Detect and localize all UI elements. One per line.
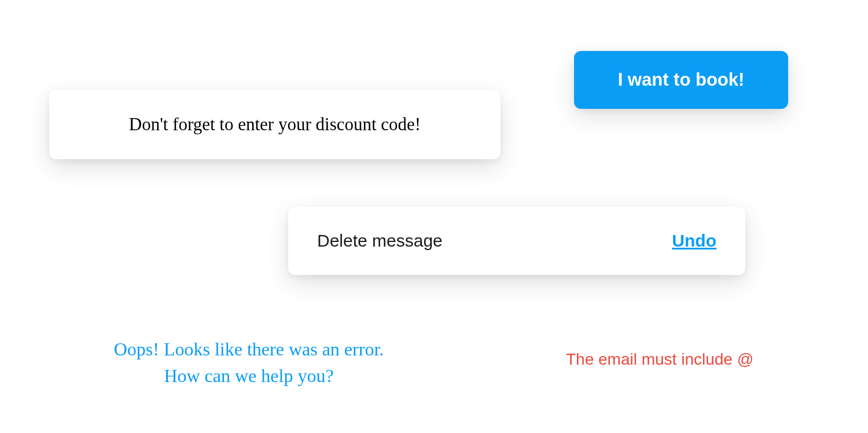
book-button-label: I want to book!	[618, 69, 745, 90]
error-help-line1: Oops! Looks like there was an error.	[87, 336, 411, 362]
undo-link[interactable]: Undo	[672, 231, 716, 251]
discount-reminder-card: Don't forget to enter your discount code…	[49, 90, 501, 159]
error-help-line2: How can we help you?	[87, 362, 411, 389]
discount-reminder-text: Don't forget to enter your discount code…	[129, 114, 421, 135]
error-help-block: Oops! Looks like there was an error. How…	[87, 336, 411, 390]
delete-toast-message: Delete message	[317, 231, 443, 251]
delete-toast: Delete message Undo	[288, 207, 745, 275]
email-validation-error: The email must include @	[566, 350, 753, 369]
book-button[interactable]: I want to book!	[574, 51, 788, 109]
